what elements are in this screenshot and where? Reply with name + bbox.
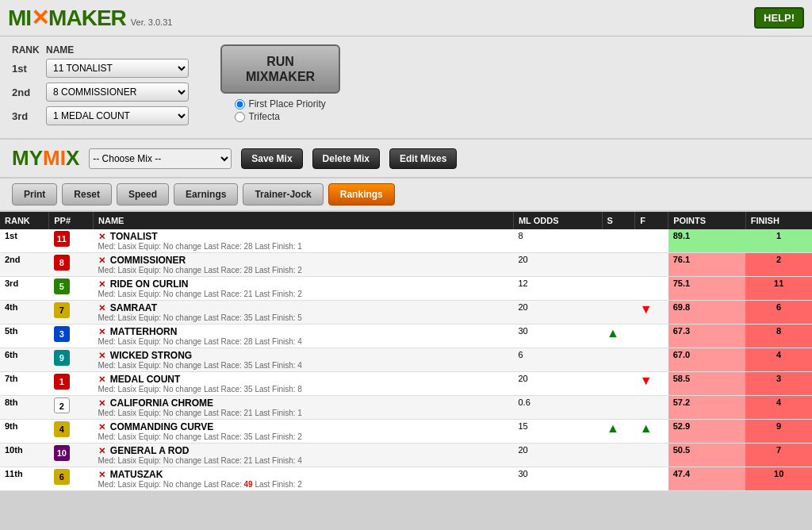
pp-cell: 5 [49,277,94,301]
name-cell: ✕ COMMISSIONERMed: Lasix Equip: No chang… [94,253,514,277]
name-cell: ✕ COMMANDING CURVEMed: Lasix Equip: No c… [94,420,514,444]
trainer-jock-button[interactable]: Trainer-Jock [243,183,323,205]
table-row: 10th10✕ GENERAL A RODMed: Lasix Equip: N… [0,444,812,467]
rank-label-2nd: 2nd [12,86,40,98]
pp-cell: 3 [49,325,94,348]
radio-trifecta-label: Trifecta [248,111,280,122]
odds-cell: 20 [513,444,602,467]
th-finish: FINISH [745,212,812,229]
pp-cell: 9 [49,348,94,372]
mix-chooser[interactable]: -- Choose Mix -- [89,148,232,169]
th-rank: RANK [0,212,49,229]
print-button[interactable]: Print [12,183,57,205]
table-row: 4th7✕ SAMRAATMed: Lasix Equip: No change… [0,301,812,325]
help-button[interactable]: HELP! [754,7,804,29]
app-logo: MI✕MAKER Ver. 3.0.31 [8,5,172,31]
mymix-logo-accent: MI [43,146,66,170]
table-row: 2nd8✕ COMMISSIONERMed: Lasix Equip: No c… [0,253,812,277]
run-area: RUNMIXMAKER First Place Priority Trifect… [220,44,340,122]
points-cell: 75.1 [668,277,746,301]
finish-cell: 8 [745,325,812,348]
pp-cell: 6 [49,467,94,491]
radio-trifecta[interactable]: Trifecta [235,111,325,122]
save-mix-button[interactable]: Save Mix [241,148,302,169]
rank-label-3rd: 3rd [12,110,40,122]
priority-radio-group: First Place Priority Trifecta [235,98,325,122]
rank-cell: 11th [0,467,49,491]
table-header-row: RANK PP# NAME ML ODDS S F POINTS FINISH [0,212,812,229]
radio-trifecta-input[interactable] [235,112,245,122]
mymix-bar: MYMIX -- Choose Mix -- Save Mix Delete M… [0,140,812,179]
radio-first-place-input[interactable] [235,99,245,109]
s-cell [602,229,635,253]
pp-cell: 1 [49,372,94,396]
rank-label-1st: 1st [12,63,40,75]
s-cell [602,301,635,325]
speed-button[interactable]: Speed [117,183,169,205]
s-cell [602,467,635,491]
radio-first-place[interactable]: First Place Priority [235,98,325,109]
rankings-button[interactable]: Rankings [328,183,395,205]
odds-cell: 12 [513,277,602,301]
rank-cell: 1st [0,229,49,253]
edit-mixes-button[interactable]: Edit Mixes [389,148,457,169]
rank-row-1st: 1st 11 TONALIST [12,59,189,78]
rank-col-header: RANK [12,44,40,56]
table-row: 1st11✕ TONALISTMed: Lasix Equip: No chan… [0,229,812,253]
pp-cell: 7 [49,301,94,325]
s-cell [602,372,635,396]
points-cell: 89.1 [668,229,746,253]
mymix-logo: MYMIX [12,146,79,171]
f-cell: ▼ [635,372,668,396]
pp-cell: 8 [49,253,94,277]
odds-cell: 6 [513,348,602,372]
name-cell: ✕ MATUSZAKMed: Lasix Equip: No change La… [94,467,514,491]
table-row: 3rd5✕ RIDE ON CURLINMed: Lasix Equip: No… [0,277,812,301]
finish-cell: 9 [745,420,812,444]
pp-cell: 2 [49,396,94,420]
finish-cell: 4 [745,396,812,420]
th-name: NAME [94,212,514,229]
rank-select-3rd[interactable]: 1 MEDAL COUNT [46,106,189,125]
name-cell: ✕ GENERAL A RODMed: Lasix Equip: No chan… [94,444,514,467]
rank-cell: 2nd [0,253,49,277]
action-bar: Print Reset Speed Earnings Trainer-Jock … [0,179,812,212]
name-cell: ✕ WICKED STRONGMed: Lasix Equip: No chan… [94,348,514,372]
logo-x: ✕ [31,6,48,30]
logo-text: MI✕MAKER [8,5,126,31]
name-col-header: NAME [46,44,189,56]
table-row: 6th9✕ WICKED STRONGMed: Lasix Equip: No … [0,348,812,372]
reset-button[interactable]: Reset [62,183,112,205]
f-cell [635,467,668,491]
odds-cell: 0.6 [513,396,602,420]
rank-row-2nd: 2nd 8 COMMISSIONER [12,83,189,102]
rank-select-2nd[interactable]: 8 COMMISSIONER [46,83,189,102]
name-cell: ✕ TONALISTMed: Lasix Equip: No change La… [94,229,514,253]
odds-cell: 20 [513,253,602,277]
points-cell: 52.9 [668,420,746,444]
name-cell: ✕ RIDE ON CURLINMed: Lasix Equip: No cha… [94,277,514,301]
points-cell: 67.3 [668,325,746,348]
rank-cell: 7th [0,372,49,396]
f-cell [635,325,668,348]
odds-cell: 15 [513,420,602,444]
earnings-button[interactable]: Earnings [174,183,238,205]
run-mixmaker-button[interactable]: RUNMIXMAKER [220,44,340,94]
pp-cell: 11 [49,229,94,253]
finish-cell: 11 [745,277,812,301]
finish-cell: 2 [745,253,812,277]
odds-cell: 8 [513,229,602,253]
name-cell: ✕ CALIFORNIA CHROMEMed: Lasix Equip: No … [94,396,514,420]
points-cell: 58.5 [668,372,746,396]
radio-first-place-label: First Place Priority [248,98,325,109]
rank-cell: 9th [0,420,49,444]
table-row: 8th2✕ CALIFORNIA CHROMEMed: Lasix Equip:… [0,396,812,420]
rank-select-1st[interactable]: 11 TONALIST [46,59,189,78]
pp-cell: 10 [49,444,94,467]
delete-mix-button[interactable]: Delete Mix [312,148,380,169]
s-cell: ▲ [602,325,635,348]
s-cell [602,396,635,420]
rank-table-header: RANK NAME [12,44,189,56]
points-cell: 69.8 [668,301,746,325]
rank-table: RANK NAME 1st 11 TONALIST 2nd 8 COMMISSI… [12,44,189,130]
